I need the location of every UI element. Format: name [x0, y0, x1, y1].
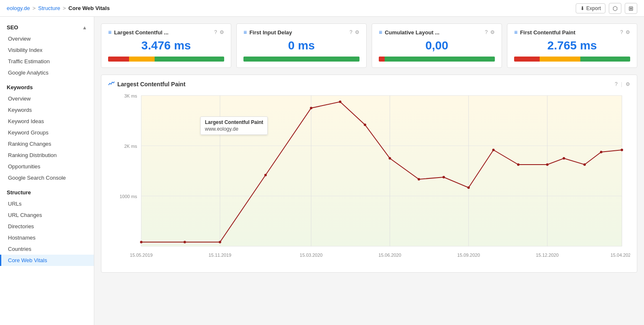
sidebar-section-structure[interactable]: Structure — [0, 187, 94, 198]
sidebar-item-visibility-index[interactable]: Visibility Index — [0, 44, 94, 56]
card-fid-settings[interactable]: ⚙ — [355, 29, 360, 35]
card-lcp-bar — [108, 57, 224, 62]
svg-point-29 — [388, 157, 391, 160]
main-content: ≡ Largest Contentful ... ? ⚙ 3.476 ms — [94, 17, 644, 325]
card-lcp-header: ≡ Largest Contentful ... ? ⚙ — [108, 29, 224, 36]
svg-text:15.06.2020: 15.06.2020 — [378, 253, 401, 258]
card-fid-value: 0 ms — [243, 39, 360, 52]
sidebar-section-keywords[interactable]: Keywords — [0, 82, 94, 93]
bar-cls-red — [379, 57, 385, 62]
line-chart-svg: 3K ms 2K ms 1000 ms 15.05.2019 15.11.201… — [108, 91, 630, 267]
card-fid-help[interactable]: ? — [349, 29, 352, 35]
export-icon: ⬇ — [580, 5, 585, 11]
card-cls-value: 0,00 — [379, 39, 495, 52]
chart-wrapper: Largest Contentful Paint www.eology.de — [108, 91, 630, 267]
sidebar-section-seo[interactable]: SEO ▲ — [0, 22, 94, 33]
sidebar-item-seo-overview[interactable]: Overview — [0, 33, 94, 44]
breadcrumb-current: Core Web Vitals — [68, 5, 110, 11]
card-fid: ≡ First Input Delay ? ⚙ 0 ms — [236, 23, 367, 68]
columns-icon: ⊞ — [628, 5, 634, 12]
sidebar-item-google-analytics[interactable]: Google Analytics — [0, 67, 94, 78]
list-icon-lcp: ≡ — [108, 29, 111, 36]
main-layout: SEO ▲ Overview Visibility Index Traffic … — [0, 17, 644, 325]
card-lcp: ≡ Largest Contentful ... ? ⚙ 3.476 ms — [101, 23, 231, 68]
sidebar-item-ranking-changes[interactable]: Ranking Changes — [0, 138, 94, 150]
svg-point-39 — [621, 149, 623, 151]
sidebar-item-traffic-estimation[interactable]: Traffic Estimation — [0, 56, 94, 67]
card-fcp-help[interactable]: ? — [620, 29, 623, 35]
breadcrumb: eology.de > Structure > Core Web Vitals — [7, 5, 110, 11]
svg-point-22 — [140, 241, 142, 243]
breadcrumb-root[interactable]: eology.de — [7, 5, 30, 11]
breadcrumb-mid[interactable]: Structure — [38, 5, 60, 11]
svg-text:15.03.2020: 15.03.2020 — [300, 253, 322, 258]
card-cls-help[interactable]: ? — [485, 29, 488, 35]
sidebar-item-hostnames[interactable]: Hostnames — [0, 232, 94, 243]
card-cls-title: Cumulative Layout ... — [385, 29, 440, 36]
bar-fcp-green — [580, 57, 630, 62]
chart-help-icon[interactable]: ? — [615, 81, 618, 87]
card-fcp: ≡ First Contentful Paint ? ⚙ 2.765 ms — [507, 23, 637, 68]
card-cls: ≡ Cumulative Layout ... ? ⚙ 0,00 — [372, 23, 502, 68]
card-fid-bar — [243, 57, 360, 62]
list-icon-fcp: ≡ — [514, 29, 517, 36]
svg-text:3K ms: 3K ms — [124, 93, 137, 98]
svg-point-37 — [583, 163, 586, 166]
sidebar-item-keyword-ideas[interactable]: Keyword Ideas — [0, 116, 94, 127]
sidebar-item-kw-overview[interactable]: Overview — [0, 93, 94, 104]
svg-text:15.04.2021: 15.04.2021 — [610, 253, 630, 258]
chart-header: Largest Contentful Paint ? | ⚙ — [108, 80, 630, 88]
chart-title: Largest Contentful Paint — [117, 81, 186, 88]
bar-lcp-red — [108, 57, 129, 62]
sidebar-item-core-web-vitals[interactable]: Core Web Vitals — [0, 255, 94, 266]
sidebar-item-url-changes[interactable]: URL Changes — [0, 209, 94, 221]
bar-fcp-red — [514, 57, 540, 62]
card-fcp-settings[interactable]: ⚙ — [626, 29, 630, 35]
svg-text:15.12.2020: 15.12.2020 — [536, 253, 559, 258]
sidebar-item-keywords[interactable]: Keywords — [0, 104, 94, 116]
sidebar-item-directories[interactable]: Directories — [0, 221, 94, 232]
sidebar-item-keyword-groups[interactable]: Keyword Groups — [0, 127, 94, 138]
chart-list-icon — [108, 80, 115, 88]
svg-point-31 — [442, 176, 445, 178]
chart-settings-icon[interactable]: ⚙ — [626, 81, 630, 87]
sidebar-item-urls[interactable]: URLs — [0, 198, 94, 209]
sidebar-item-opportunities[interactable]: Opportunities — [0, 161, 94, 172]
svg-point-35 — [546, 163, 548, 166]
breadcrumb-sep1: > — [32, 5, 36, 11]
card-fid-title: First Input Delay — [249, 29, 292, 36]
svg-text:15.05.2019: 15.05.2019 — [130, 253, 153, 258]
card-fid-header: ≡ First Input Delay ? ⚙ — [243, 29, 360, 36]
svg-point-32 — [467, 186, 470, 189]
card-fcp-value: 2.765 ms — [514, 39, 630, 52]
columns-button[interactable]: ⊞ — [625, 3, 637, 14]
share-icon: ⬡ — [613, 5, 618, 12]
card-fcp-title: First Contentful Paint — [520, 29, 575, 36]
metric-cards-row: ≡ Largest Contentful ... ? ⚙ 3.476 ms — [101, 23, 637, 68]
bar-fcp-orange — [540, 57, 580, 62]
export-button[interactable]: ⬇ Export — [576, 3, 605, 13]
bar-fid-green — [243, 57, 360, 62]
card-lcp-settings[interactable]: ⚙ — [220, 29, 224, 35]
svg-text:15.11.2019: 15.11.2019 — [209, 253, 231, 258]
sidebar-item-countries[interactable]: Countries — [0, 243, 94, 255]
svg-point-23 — [184, 241, 186, 243]
share-button[interactable]: ⬡ — [609, 3, 621, 14]
sidebar-item-google-search-console[interactable]: Google Search Console — [0, 172, 94, 183]
bar-cls-green — [385, 57, 495, 62]
sidebar: SEO ▲ Overview Visibility Index Traffic … — [0, 17, 94, 325]
svg-point-34 — [517, 163, 520, 166]
sidebar-item-ranking-distribution[interactable]: Ranking Distribution — [0, 150, 94, 161]
list-icon-fid: ≡ — [243, 29, 247, 36]
svg-point-25 — [264, 174, 267, 176]
topbar: eology.de > Structure > Core Web Vitals … — [0, 0, 644, 17]
svg-point-27 — [339, 101, 341, 103]
svg-point-36 — [563, 157, 565, 160]
breadcrumb-sep2: > — [63, 5, 66, 11]
seo-chevron-icon: ▲ — [82, 25, 87, 31]
svg-rect-0 — [141, 95, 622, 246]
card-cls-settings[interactable]: ⚙ — [490, 29, 495, 35]
card-fcp-bar — [514, 57, 630, 62]
card-lcp-help[interactable]: ? — [214, 29, 217, 35]
svg-text:2K ms: 2K ms — [124, 144, 137, 149]
